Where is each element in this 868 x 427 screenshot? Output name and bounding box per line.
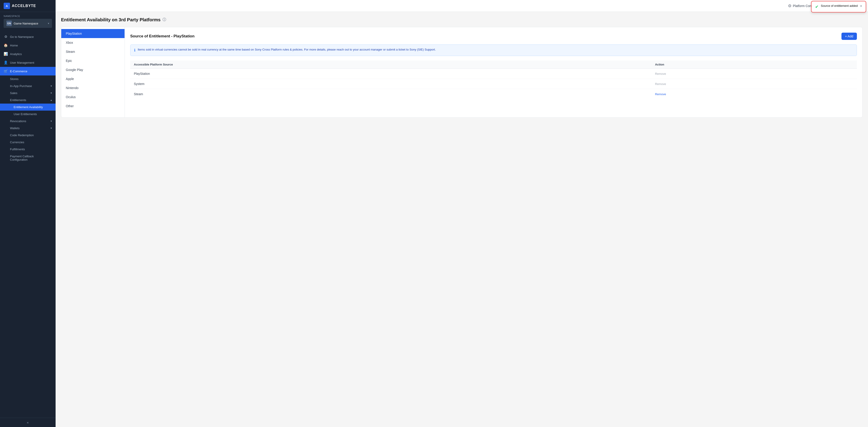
sidebar-item-code-redemption[interactable]: Code Redemption bbox=[0, 132, 56, 139]
platform-label: PlayStation bbox=[66, 32, 82, 35]
content-area: Entitlement Availability on 3rd Party Pl… bbox=[56, 12, 868, 427]
sidebar-item-entitlement-availability[interactable]: Entitlement Availability bbox=[0, 104, 56, 110]
sidebar-item-in-app-purchase[interactable]: In-App Purchase ▾ bbox=[0, 83, 56, 90]
remove-link[interactable]: Remove bbox=[655, 82, 666, 86]
sidebar-nav: ⚙ Go to Namespace 🏠 Home 📊 Analytics 👤 U… bbox=[0, 31, 56, 418]
entitlement-availability-label: Entitlement Availability bbox=[13, 105, 43, 109]
collapse-icon: « bbox=[27, 421, 29, 424]
platform-item-xbox[interactable]: Xbox bbox=[61, 38, 125, 47]
sidebar-item-goto-namespace[interactable]: ⚙ Go to Namespace bbox=[0, 32, 56, 41]
platform-item-nintendo[interactable]: Nintendo bbox=[61, 84, 125, 93]
platform-label: Google Play bbox=[66, 68, 83, 72]
platform-item-steam[interactable]: Steam bbox=[61, 47, 125, 56]
sidebar-item-currencies[interactable]: Currencies bbox=[0, 139, 56, 146]
entitlement-table: Accessible Platform Source Action PlaySt… bbox=[130, 61, 857, 99]
sidebar-collapse-button[interactable]: « bbox=[0, 418, 56, 427]
platform-label: Steam bbox=[66, 50, 75, 54]
notification-message: Source of entitlement added bbox=[821, 4, 858, 7]
chevron-down-icon: ▾ bbox=[48, 22, 49, 25]
info-circle-icon: ℹ bbox=[134, 47, 135, 53]
topbar: ⚙ Platform Configurations ▾ 🔔 ? × ✔ Sour… bbox=[56, 0, 868, 12]
add-button[interactable]: + Add bbox=[841, 33, 857, 40]
check-icon: ✔ bbox=[815, 4, 818, 9]
notification-close-button[interactable]: × bbox=[860, 4, 862, 8]
namespace-avatar: GN bbox=[6, 21, 12, 26]
panel-title: Source of Entitlement - PlayStation bbox=[130, 34, 194, 38]
table-row: PlayStation Remove bbox=[130, 69, 857, 79]
info-icon: ⓘ bbox=[162, 18, 166, 22]
remove-link-active[interactable]: Remove bbox=[655, 93, 666, 96]
entitlement-layout: PlayStation Xbox Steam Epic Google Play … bbox=[61, 27, 863, 118]
platform-label: Xbox bbox=[66, 41, 73, 44]
table-row: Steam Remove bbox=[130, 89, 857, 99]
platform-label: Apple bbox=[66, 77, 74, 81]
ecommerce-icon: 🛒 bbox=[4, 69, 8, 73]
page-title: Entitlement Availability on 3rd Party Pl… bbox=[61, 17, 863, 23]
platform-item-google-play[interactable]: Google Play bbox=[61, 65, 125, 74]
right-panel: Source of Entitlement - PlayStation + Ad… bbox=[125, 27, 862, 118]
col-source: Accessible Platform Source bbox=[130, 61, 651, 69]
notification-toast: ✔ Source of entitlement added × bbox=[811, 1, 866, 12]
analytics-label: Analytics bbox=[10, 52, 22, 56]
sidebar-item-analytics[interactable]: 📊 Analytics bbox=[0, 50, 56, 58]
entitlements-label: Entitlements bbox=[10, 98, 26, 102]
sidebar-item-wallets[interactable]: Wallets ▾ bbox=[0, 125, 56, 132]
user-management-label: User Management bbox=[10, 61, 34, 64]
platform-label: Oculus bbox=[66, 95, 76, 99]
platform-label: Nintendo bbox=[66, 86, 79, 90]
source-cell: PlayStation bbox=[130, 69, 651, 79]
source-cell: System bbox=[130, 79, 651, 89]
settings-icon: ⚙ bbox=[4, 35, 8, 39]
sidebar-item-home[interactable]: 🏠 Home bbox=[0, 41, 56, 50]
sidebar-item-entitlements[interactable]: Entitlements ▴ bbox=[0, 97, 56, 104]
chevron-down-icon: ▾ bbox=[51, 85, 52, 88]
table-row: System Remove bbox=[130, 79, 857, 89]
main-content: ⚙ Platform Configurations ▾ 🔔 ? × ✔ Sour… bbox=[56, 0, 868, 427]
logo-text: ACCELBYTE bbox=[12, 4, 36, 8]
source-cell: Steam bbox=[130, 89, 651, 99]
platform-item-playstation[interactable]: PlayStation bbox=[61, 29, 125, 38]
namespace-section: NAMESPACE GN Game Namespace ▾ bbox=[0, 12, 56, 31]
payment-callback-label: Payment Callback Configuration bbox=[10, 155, 52, 161]
revocations-label: Revocations bbox=[10, 120, 26, 123]
namespace-selector[interactable]: GN Game Namespace ▾ bbox=[4, 19, 52, 28]
sidebar-item-stores[interactable]: Stores bbox=[0, 75, 56, 83]
currencies-label: Currencies bbox=[10, 140, 24, 144]
platform-item-epic[interactable]: Epic bbox=[61, 56, 125, 65]
chevron-down-icon: ▾ bbox=[51, 120, 52, 123]
chevron-up-icon: ▴ bbox=[51, 99, 52, 102]
namespace-label: NAMESPACE bbox=[4, 15, 52, 18]
action-cell: Remove bbox=[651, 79, 857, 89]
platform-label: Other bbox=[66, 104, 74, 108]
logo-icon: A bbox=[4, 3, 10, 9]
home-label: Home bbox=[10, 44, 18, 47]
goto-namespace-label: Go to Namespace bbox=[10, 35, 34, 38]
platform-item-other[interactable]: Other bbox=[61, 102, 125, 110]
gear-icon: ⚙ bbox=[788, 3, 792, 8]
chevron-down-icon: ▾ bbox=[51, 92, 52, 95]
user-entitlements-label: User Entitlements bbox=[13, 112, 37, 116]
info-banner-text: Items sold in virtual currencies cannot … bbox=[138, 47, 436, 53]
sales-label: Sales bbox=[10, 91, 18, 95]
wallets-label: Wallets bbox=[10, 127, 20, 130]
remove-link[interactable]: Remove bbox=[655, 72, 666, 75]
platform-item-oculus[interactable]: Oculus bbox=[61, 93, 125, 102]
namespace-name: Game Namespace bbox=[13, 22, 46, 25]
sidebar-item-revocations[interactable]: Revocations ▾ bbox=[0, 118, 56, 125]
analytics-icon: 📊 bbox=[4, 52, 8, 56]
sidebar-item-fulfillments[interactable]: Fulfillments bbox=[0, 146, 56, 153]
sidebar-item-sales[interactable]: Sales ▾ bbox=[0, 90, 56, 97]
fulfillments-label: Fulfillments bbox=[10, 147, 25, 151]
stores-label: Stores bbox=[10, 77, 19, 81]
sidebar-item-user-entitlements[interactable]: User Entitlements bbox=[0, 110, 56, 118]
code-redemption-label: Code Redemption bbox=[10, 133, 34, 137]
info-banner: ℹ Items sold in virtual currencies canno… bbox=[130, 44, 857, 56]
platform-list: PlayStation Xbox Steam Epic Google Play … bbox=[61, 27, 125, 118]
sidebar-item-ecommerce[interactable]: 🛒 E-Commerce bbox=[0, 67, 56, 75]
sidebar-item-user-management[interactable]: 👤 User Management bbox=[0, 58, 56, 67]
action-cell: Remove bbox=[651, 69, 857, 79]
platform-item-apple[interactable]: Apple bbox=[61, 74, 125, 84]
chevron-down-icon: ▾ bbox=[51, 127, 52, 130]
sidebar-item-payment-callback[interactable]: Payment Callback Configuration bbox=[0, 153, 56, 163]
iap-label: In-App Purchase bbox=[10, 84, 32, 88]
